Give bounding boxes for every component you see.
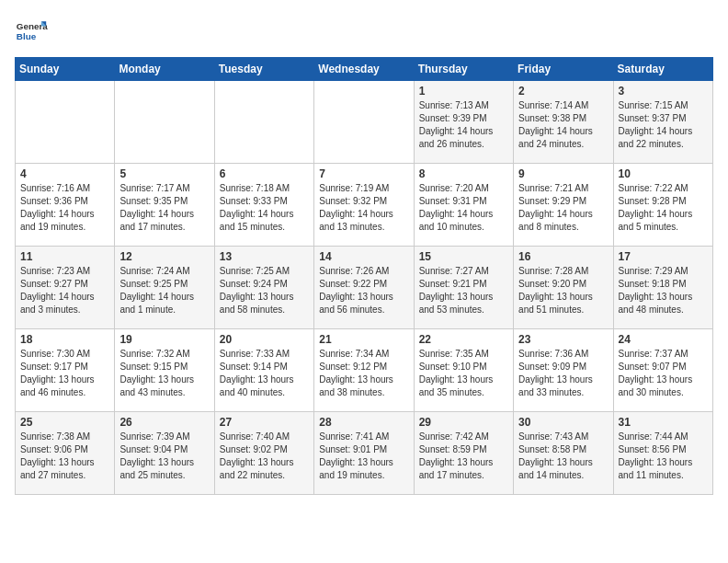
calendar-week-row: 1Sunrise: 7:13 AM Sunset: 9:39 PM Daylig… xyxy=(16,81,713,164)
calendar-cell: 22Sunrise: 7:35 AM Sunset: 9:10 PM Dayli… xyxy=(414,329,513,412)
column-header-saturday: Saturday xyxy=(613,58,712,81)
day-detail: Sunrise: 7:16 AM Sunset: 9:36 PM Dayligh… xyxy=(20,182,109,234)
calendar-cell: 20Sunrise: 7:33 AM Sunset: 9:14 PM Dayli… xyxy=(214,329,313,412)
day-detail: Sunrise: 7:21 AM Sunset: 9:29 PM Dayligh… xyxy=(518,182,608,234)
day-number: 22 xyxy=(419,333,508,346)
page-header: General Blue xyxy=(15,15,713,48)
day-detail: Sunrise: 7:37 AM Sunset: 9:07 PM Dayligh… xyxy=(619,348,708,399)
day-detail: Sunrise: 7:27 AM Sunset: 9:21 PM Dayligh… xyxy=(419,265,508,316)
day-number: 29 xyxy=(419,416,508,429)
calendar-cell: 13Sunrise: 7:25 AM Sunset: 9:24 PM Dayli… xyxy=(214,247,313,329)
day-detail: Sunrise: 7:36 AM Sunset: 9:09 PM Dayligh… xyxy=(518,348,608,399)
calendar-cell: 27Sunrise: 7:40 AM Sunset: 9:02 PM Dayli… xyxy=(214,412,313,495)
calendar-cell: 4Sunrise: 7:16 AM Sunset: 9:36 PM Daylig… xyxy=(16,164,115,247)
calendar-week-row: 4Sunrise: 7:16 AM Sunset: 9:36 PM Daylig… xyxy=(16,164,713,247)
day-detail: Sunrise: 7:14 AM Sunset: 9:38 PM Dayligh… xyxy=(518,99,608,151)
calendar-week-row: 11Sunrise: 7:23 AM Sunset: 9:27 PM Dayli… xyxy=(16,247,713,329)
day-number: 23 xyxy=(518,333,608,346)
day-detail: Sunrise: 7:23 AM Sunset: 9:27 PM Dayligh… xyxy=(20,265,109,316)
day-number: 19 xyxy=(119,333,209,346)
column-header-thursday: Thursday xyxy=(414,58,513,81)
day-number: 6 xyxy=(220,167,309,180)
day-detail: Sunrise: 7:17 AM Sunset: 9:35 PM Dayligh… xyxy=(119,182,209,234)
logo-icon: General Blue xyxy=(15,15,48,48)
day-number: 30 xyxy=(518,416,608,429)
calendar-header-row: SundayMondayTuesdayWednesdayThursdayFrid… xyxy=(16,58,713,81)
day-number: 26 xyxy=(119,416,209,429)
day-detail: Sunrise: 7:32 AM Sunset: 9:15 PM Dayligh… xyxy=(119,348,209,399)
day-detail: Sunrise: 7:24 AM Sunset: 9:25 PM Dayligh… xyxy=(119,265,209,316)
day-detail: Sunrise: 7:40 AM Sunset: 9:02 PM Dayligh… xyxy=(220,431,309,482)
calendar-cell xyxy=(115,81,214,164)
day-detail: Sunrise: 7:42 AM Sunset: 8:59 PM Dayligh… xyxy=(419,431,508,482)
day-number: 1 xyxy=(419,85,508,98)
svg-text:Blue: Blue xyxy=(17,31,37,41)
calendar-cell: 11Sunrise: 7:23 AM Sunset: 9:27 PM Dayli… xyxy=(16,247,115,329)
calendar-cell: 31Sunrise: 7:44 AM Sunset: 8:56 PM Dayli… xyxy=(613,412,712,495)
day-number: 9 xyxy=(518,167,608,180)
day-detail: Sunrise: 7:13 AM Sunset: 9:39 PM Dayligh… xyxy=(419,99,508,151)
day-detail: Sunrise: 7:34 AM Sunset: 9:12 PM Dayligh… xyxy=(319,348,408,399)
day-detail: Sunrise: 7:26 AM Sunset: 9:22 PM Dayligh… xyxy=(319,265,408,316)
day-number: 8 xyxy=(419,167,508,180)
day-detail: Sunrise: 7:19 AM Sunset: 9:32 PM Dayligh… xyxy=(319,182,408,234)
column-header-monday: Monday xyxy=(115,58,214,81)
day-number: 10 xyxy=(619,167,708,180)
day-number: 2 xyxy=(518,85,608,98)
day-number: 28 xyxy=(319,416,408,429)
day-detail: Sunrise: 7:38 AM Sunset: 9:06 PM Dayligh… xyxy=(20,431,109,482)
calendar-cell: 25Sunrise: 7:38 AM Sunset: 9:06 PM Dayli… xyxy=(16,412,115,495)
calendar-cell: 2Sunrise: 7:14 AM Sunset: 9:38 PM Daylig… xyxy=(514,81,613,164)
day-detail: Sunrise: 7:15 AM Sunset: 9:37 PM Dayligh… xyxy=(619,99,708,151)
day-detail: Sunrise: 7:41 AM Sunset: 9:01 PM Dayligh… xyxy=(319,431,408,482)
calendar-cell: 8Sunrise: 7:20 AM Sunset: 9:31 PM Daylig… xyxy=(414,164,513,247)
column-header-sunday: Sunday xyxy=(16,58,115,81)
day-number: 7 xyxy=(319,167,408,180)
day-detail: Sunrise: 7:43 AM Sunset: 8:58 PM Dayligh… xyxy=(518,431,608,482)
day-number: 31 xyxy=(619,416,708,429)
day-detail: Sunrise: 7:18 AM Sunset: 9:33 PM Dayligh… xyxy=(220,182,309,234)
calendar-cell: 28Sunrise: 7:41 AM Sunset: 9:01 PM Dayli… xyxy=(314,412,414,495)
day-detail: Sunrise: 7:22 AM Sunset: 9:28 PM Dayligh… xyxy=(619,182,708,234)
calendar-cell: 5Sunrise: 7:17 AM Sunset: 9:35 PM Daylig… xyxy=(115,164,214,247)
logo: General Blue xyxy=(15,15,48,48)
day-detail: Sunrise: 7:28 AM Sunset: 9:20 PM Dayligh… xyxy=(518,265,608,316)
calendar-cell: 14Sunrise: 7:26 AM Sunset: 9:22 PM Dayli… xyxy=(314,247,414,329)
calendar-table: SundayMondayTuesdayWednesdayThursdayFrid… xyxy=(15,57,713,495)
calendar-cell: 18Sunrise: 7:30 AM Sunset: 9:17 PM Dayli… xyxy=(16,329,115,412)
column-header-wednesday: Wednesday xyxy=(314,58,414,81)
day-detail: Sunrise: 7:33 AM Sunset: 9:14 PM Dayligh… xyxy=(220,348,309,399)
day-number: 5 xyxy=(119,167,209,180)
calendar-week-row: 18Sunrise: 7:30 AM Sunset: 9:17 PM Dayli… xyxy=(16,329,713,412)
day-number: 20 xyxy=(220,333,309,346)
day-detail: Sunrise: 7:44 AM Sunset: 8:56 PM Dayligh… xyxy=(619,431,708,482)
calendar-cell: 6Sunrise: 7:18 AM Sunset: 9:33 PM Daylig… xyxy=(214,164,313,247)
day-number: 11 xyxy=(20,250,109,263)
day-detail: Sunrise: 7:25 AM Sunset: 9:24 PM Dayligh… xyxy=(220,265,309,316)
calendar-cell: 30Sunrise: 7:43 AM Sunset: 8:58 PM Dayli… xyxy=(514,412,613,495)
day-number: 17 xyxy=(619,250,708,263)
day-detail: Sunrise: 7:39 AM Sunset: 9:04 PM Dayligh… xyxy=(119,431,209,482)
calendar-week-row: 25Sunrise: 7:38 AM Sunset: 9:06 PM Dayli… xyxy=(16,412,713,495)
calendar-cell xyxy=(16,81,115,164)
day-number: 21 xyxy=(319,333,408,346)
calendar-cell: 1Sunrise: 7:13 AM Sunset: 9:39 PM Daylig… xyxy=(414,81,513,164)
calendar-cell: 21Sunrise: 7:34 AM Sunset: 9:12 PM Dayli… xyxy=(314,329,414,412)
calendar-cell: 15Sunrise: 7:27 AM Sunset: 9:21 PM Dayli… xyxy=(414,247,513,329)
day-number: 16 xyxy=(518,250,608,263)
calendar-cell: 12Sunrise: 7:24 AM Sunset: 9:25 PM Dayli… xyxy=(115,247,214,329)
day-number: 27 xyxy=(220,416,309,429)
day-number: 18 xyxy=(20,333,109,346)
calendar-cell: 10Sunrise: 7:22 AM Sunset: 9:28 PM Dayli… xyxy=(613,164,712,247)
day-number: 12 xyxy=(119,250,209,263)
column-header-friday: Friday xyxy=(514,58,613,81)
day-number: 3 xyxy=(619,85,708,98)
calendar-cell: 9Sunrise: 7:21 AM Sunset: 9:29 PM Daylig… xyxy=(514,164,613,247)
day-number: 15 xyxy=(419,250,508,263)
calendar-cell: 7Sunrise: 7:19 AM Sunset: 9:32 PM Daylig… xyxy=(314,164,414,247)
day-number: 13 xyxy=(220,250,309,263)
calendar-cell: 23Sunrise: 7:36 AM Sunset: 9:09 PM Dayli… xyxy=(514,329,613,412)
calendar-cell: 17Sunrise: 7:29 AM Sunset: 9:18 PM Dayli… xyxy=(613,247,712,329)
calendar-cell: 29Sunrise: 7:42 AM Sunset: 8:59 PM Dayli… xyxy=(414,412,513,495)
day-number: 24 xyxy=(619,333,708,346)
